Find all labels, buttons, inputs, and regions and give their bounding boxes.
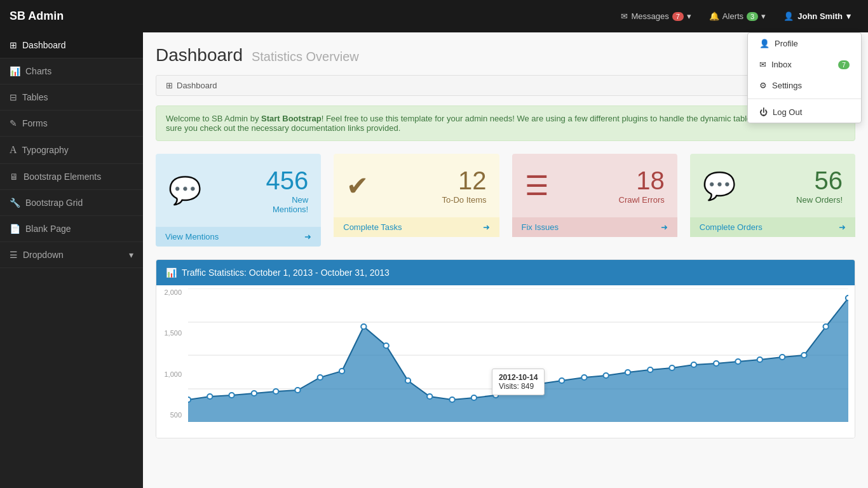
svg-point-9: [273, 389, 278, 394]
mentions-action[interactable]: View Mentions ➜: [156, 227, 321, 247]
todo-number: 12: [442, 166, 486, 195]
svg-point-5: [188, 397, 191, 402]
bell-icon: 🔔: [709, 11, 719, 21]
messages-badge: 7: [672, 12, 684, 21]
svg-point-16: [427, 394, 432, 399]
chart-title: Traffic Statistics: October 1, 2013 - Oc…: [182, 268, 390, 278]
svg-point-22: [559, 378, 564, 383]
chart-panel: 📊 Traffic Statistics: October 1, 2013 - …: [156, 259, 855, 438]
profile-icon: 👤: [759, 39, 770, 48]
alert-text: Welcome to SB Admin by Start Bootstrap! …: [166, 114, 832, 133]
svg-point-27: [669, 365, 674, 370]
inbox-icon: ✉: [759, 60, 766, 69]
svg-point-7: [229, 393, 234, 398]
alerts-button[interactable]: 🔔 Alerts 3 ▾: [702, 8, 773, 25]
complete-orders-label: Complete Orders: [700, 222, 763, 232]
view-mentions-label: View Mentions: [165, 232, 219, 241]
settings-label: Settings: [772, 81, 802, 90]
chat-icon: 💬: [168, 175, 201, 206]
yaxis-label-1000: 1,000: [156, 370, 182, 378]
messages-label: Messages: [631, 11, 668, 21]
orders-info: 56 New Orders!: [796, 166, 843, 205]
sidebar-item-dropdown[interactable]: ☰ Dropdown ▾: [0, 242, 143, 268]
svg-point-35: [846, 295, 848, 301]
chart-icon: 📊: [166, 268, 177, 278]
mentions-info: 456 NewMentions!: [266, 166, 309, 214]
user-dropdown-menu: 👤 Profile ✉ Inbox 7 ⚙ Settings ⏻ Log Out: [747, 32, 862, 123]
stat-box-todo-top: ✔ 12 To-Do Items: [334, 154, 499, 217]
forms-icon: ✎: [10, 118, 17, 128]
sidebar-label-forms: Forms: [22, 118, 48, 128]
sidebar-label-dashboard: Dashboard: [22, 40, 66, 50]
svg-point-29: [714, 361, 719, 366]
sidebar-item-charts[interactable]: 📊 Charts: [0, 58, 143, 85]
todo-info: 12 To-Do Items: [442, 166, 486, 205]
typography-icon: A: [10, 144, 17, 156]
svg-point-17: [449, 397, 454, 402]
sidebar-item-blank-page[interactable]: 📄 Blank Page: [0, 216, 143, 242]
user-chevron-icon: ▾: [846, 11, 851, 21]
sidebar-item-bootstrap-elements[interactable]: 🖥 Bootstrap Elements: [0, 164, 143, 190]
complete-orders-arrow: ➜: [839, 222, 846, 232]
stat-box-orders-top: 💬 56 New Orders!: [690, 154, 855, 217]
list-icon: ☰: [525, 170, 549, 201]
svg-point-12: [339, 369, 344, 374]
orders-number: 56: [796, 166, 843, 195]
fix-issues-arrow: ➜: [661, 222, 668, 232]
sidebar-item-dashboard[interactable]: ⊞ Dashboard: [0, 32, 143, 58]
dropdown-logout[interactable]: ⏻ Log Out: [748, 102, 861, 123]
complete-tasks-arrow: ➜: [483, 222, 490, 232]
sidebar-item-forms[interactable]: ✎ Forms: [0, 111, 143, 137]
svg-point-23: [581, 375, 587, 380]
dropdown-profile[interactable]: 👤 Profile: [748, 33, 861, 54]
alerts-badge: 3: [747, 12, 758, 21]
orders-action[interactable]: Complete Orders ➜: [690, 217, 855, 237]
svg-point-25: [625, 370, 630, 375]
stat-box-orders: 💬 56 New Orders! Complete Orders ➜: [690, 154, 855, 247]
orders-label: New Orders!: [796, 195, 843, 205]
svg-point-20: [515, 387, 521, 393]
inbox-badge: 7: [838, 60, 850, 69]
topnav: SB Admin ✉ Messages 7 ▾ 🔔 Alerts 3 ▾ 👤 J…: [0, 0, 868, 32]
user-menu-button[interactable]: 👤 John Smith ▾: [776, 8, 858, 25]
chart-header: 📊 Traffic Statistics: October 1, 2013 - …: [156, 260, 855, 285]
charts-icon: 📊: [10, 66, 20, 76]
settings-icon: ⚙: [759, 81, 767, 90]
tables-icon: ⊟: [10, 92, 17, 102]
stat-box-errors-top: ☰ 18 Crawl Errors: [512, 154, 677, 217]
errors-info: 18 Crawl Errors: [619, 166, 665, 205]
svg-point-30: [735, 359, 740, 364]
view-mentions-arrow: ➜: [304, 232, 311, 241]
sidebar-item-typography[interactable]: A Typography: [0, 137, 143, 164]
sidebar-item-bootstrap-grid[interactable]: 🔧 Bootstrap Grid: [0, 190, 143, 216]
errors-action[interactable]: Fix Issues ➜: [512, 217, 677, 237]
todo-action[interactable]: Complete Tasks ➜: [334, 217, 499, 237]
svg-point-18: [471, 395, 477, 400]
complete-tasks-label: Complete Tasks: [343, 222, 402, 232]
inbox-label: Inbox: [771, 60, 792, 69]
breadcrumb-text: Dashboard: [177, 81, 217, 90]
user-name: John Smith: [797, 11, 843, 21]
chevron-down-icon: ▾: [687, 11, 691, 21]
brand[interactable]: SB Admin: [10, 10, 64, 23]
stat-box-mentions: 💬 456 NewMentions! View Mentions ➜: [156, 154, 321, 247]
dropdown-arrow-icon: ▾: [129, 250, 133, 260]
errors-label: Crawl Errors: [619, 195, 665, 205]
dropdown-inbox[interactable]: ✉ Inbox 7: [748, 54, 861, 75]
dashboard-icon: ⊞: [10, 40, 17, 50]
sidebar-label-tables: Tables: [22, 92, 48, 102]
svg-point-15: [405, 378, 410, 383]
bootstrap-elements-icon: 🖥: [10, 172, 18, 182]
svg-point-6: [207, 394, 212, 399]
chart-yaxis: 2,000 1,500 1,000 500: [156, 285, 185, 419]
chart-area: 2012-10-14 Visits: 849: [188, 288, 848, 422]
sidebar-item-tables[interactable]: ⊟ Tables: [0, 85, 143, 111]
fix-issues-label: Fix Issues: [522, 222, 559, 232]
svg-point-10: [295, 388, 300, 393]
envelope-icon: ✉: [621, 11, 628, 21]
dropdown-settings[interactable]: ⚙ Settings: [748, 75, 861, 96]
messages-button[interactable]: ✉ Messages 7 ▾: [613, 8, 698, 25]
svg-point-11: [318, 375, 323, 380]
svg-point-8: [252, 391, 257, 396]
mentions-label: NewMentions!: [266, 195, 309, 214]
